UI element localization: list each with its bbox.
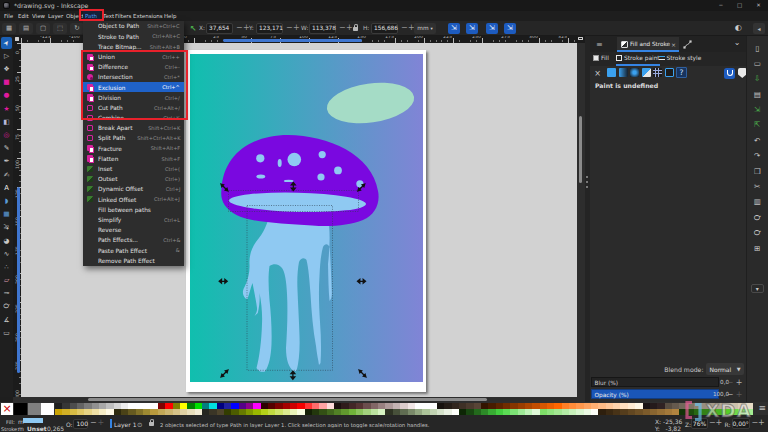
palette-swatch[interactable] bbox=[591, 409, 598, 415]
cut[interactable]: ✂ bbox=[747, 174, 768, 189]
palette-swatch[interactable] bbox=[554, 403, 561, 409]
palette-swatch[interactable] bbox=[283, 409, 290, 415]
gradient-tool[interactable]: ◗ bbox=[1, 195, 12, 207]
w-decrement[interactable]: − bbox=[339, 23, 346, 33]
palette-swatch[interactable] bbox=[55, 409, 62, 415]
palette-swatch[interactable] bbox=[444, 409, 451, 415]
palette-swatch[interactable] bbox=[261, 403, 268, 409]
dropper-tool[interactable]: ⯠ bbox=[1, 221, 12, 233]
calligraphy-tool[interactable]: ✍ bbox=[1, 169, 12, 181]
palette-swatch-white[interactable] bbox=[41, 403, 54, 415]
palette-swatch[interactable] bbox=[459, 409, 466, 415]
paint-bucket-tool[interactable]: ◕ bbox=[1, 235, 12, 247]
palette-swatch[interactable] bbox=[496, 403, 503, 409]
eraser-tool[interactable]: ▱ bbox=[1, 274, 12, 286]
object-opacity-input[interactable]: 100 bbox=[73, 419, 88, 429]
palette-swatch[interactable] bbox=[628, 403, 635, 409]
palette-swatch[interactable] bbox=[400, 403, 407, 409]
flat-color-button[interactable] bbox=[607, 68, 616, 77]
palette-swatch[interactable] bbox=[62, 403, 69, 409]
blend-mode-dropdown[interactable]: Normal ▼ bbox=[706, 363, 744, 375]
palette-swatch[interactable] bbox=[224, 403, 231, 409]
jellyfish-tentacles[interactable] bbox=[242, 208, 331, 372]
palette-swatch[interactable] bbox=[62, 409, 69, 415]
palette-swatch[interactable] bbox=[136, 403, 143, 409]
palette-swatch[interactable] bbox=[84, 403, 91, 409]
palette-swatch[interactable] bbox=[650, 403, 657, 409]
mesh-gradient-button[interactable] bbox=[653, 68, 662, 77]
palette-swatch[interactable] bbox=[540, 409, 547, 415]
deselect[interactable]: ▢ bbox=[36, 23, 50, 34]
palette-swatch[interactable] bbox=[106, 409, 113, 415]
palette-swatch[interactable] bbox=[290, 409, 297, 415]
palette-swatch[interactable] bbox=[371, 403, 378, 409]
menu-row[interactable]: Path Effects... Ctrl+& bbox=[83, 235, 185, 245]
y-decrement[interactable]: − bbox=[286, 23, 293, 33]
palette-swatch[interactable] bbox=[385, 403, 392, 409]
palette-swatch[interactable] bbox=[569, 409, 576, 415]
palette-swatch[interactable] bbox=[158, 403, 165, 409]
palette-swatch-gray[interactable] bbox=[28, 403, 41, 415]
blur-slider[interactable]: Blur (%) bbox=[591, 377, 719, 387]
palette-swatch[interactable] bbox=[393, 403, 400, 409]
shield-icon-active[interactable] bbox=[724, 68, 735, 79]
palette-swatch[interactable] bbox=[466, 409, 473, 415]
palette-swatch[interactable] bbox=[415, 409, 422, 415]
palette-swatch[interactable] bbox=[334, 409, 341, 415]
lock-aspect-icon[interactable] bbox=[353, 25, 358, 31]
palette-swatch[interactable] bbox=[496, 409, 503, 415]
palette-swatch[interactable] bbox=[165, 409, 172, 415]
palette-swatch[interactable] bbox=[70, 403, 77, 409]
box3d-tool[interactable]: ◧ bbox=[1, 116, 12, 128]
palette-swatch[interactable] bbox=[224, 409, 231, 415]
palette-swatch[interactable] bbox=[510, 409, 517, 415]
hscroll-thumb[interactable] bbox=[88, 398, 487, 401]
palette-swatch[interactable] bbox=[275, 409, 282, 415]
linear-gradient-button[interactable] bbox=[619, 68, 628, 77]
mesh-tool[interactable]: ▦ bbox=[1, 208, 12, 220]
palette-swatch[interactable] bbox=[657, 403, 664, 409]
snap-toggle[interactable]: ⊞ bbox=[747, 236, 768, 251]
palette-swatch[interactable] bbox=[576, 403, 583, 409]
palette-swatch[interactable] bbox=[422, 409, 429, 415]
commands-overflow[interactable]: ▾ bbox=[747, 276, 768, 288]
connector-tool[interactable]: ⊸ bbox=[1, 287, 12, 299]
palette-swatch[interactable] bbox=[408, 409, 415, 415]
select-all[interactable]: ▦ bbox=[2, 23, 16, 34]
menu-row[interactable]: Simplify Ctrl+L bbox=[83, 215, 185, 225]
palette-swatch[interactable] bbox=[114, 403, 121, 409]
palette-swatch[interactable] bbox=[312, 403, 319, 409]
rectangle-tool[interactable]: ■ bbox=[1, 76, 12, 88]
palette-swatch[interactable] bbox=[319, 409, 326, 415]
opacity-decrement[interactable]: − bbox=[727, 390, 734, 399]
chevron-down-icon[interactable]: ⌄ bbox=[734, 38, 741, 47]
menu-row[interactable]: Split Path Shift+Ctrl+Alt+K bbox=[83, 133, 185, 143]
palette-swatch[interactable] bbox=[275, 403, 282, 409]
tweak-tool[interactable]: ∿ bbox=[1, 248, 12, 260]
palette-swatch[interactable] bbox=[393, 409, 400, 415]
menu-row[interactable]: Remove Path Effect bbox=[83, 255, 185, 265]
palette-swatch[interactable] bbox=[606, 403, 613, 409]
radial-gradient-button[interactable] bbox=[630, 68, 639, 77]
palette-swatch[interactable] bbox=[195, 403, 202, 409]
palette-swatch[interactable] bbox=[562, 403, 569, 409]
no-paint-button[interactable]: × bbox=[594, 70, 601, 77]
palette-swatch[interactable] bbox=[99, 409, 106, 415]
palette-swatch[interactable] bbox=[430, 409, 437, 415]
layer-visibility-icon[interactable]: ⊙ bbox=[137, 421, 142, 429]
palette-swatch[interactable] bbox=[452, 409, 459, 415]
palette-swatch[interactable] bbox=[408, 403, 415, 409]
palette-swatch[interactable] bbox=[554, 409, 561, 415]
palette-swatch[interactable] bbox=[246, 403, 253, 409]
palette-swatch[interactable] bbox=[202, 409, 209, 415]
no-color-swatch[interactable]: × bbox=[1, 403, 13, 415]
palette-swatch[interactable] bbox=[518, 403, 525, 409]
palette-swatch[interactable] bbox=[437, 409, 444, 415]
palette-swatch[interactable] bbox=[305, 409, 312, 415]
palette-swatch[interactable] bbox=[474, 403, 481, 409]
palette-swatch[interactable] bbox=[672, 409, 679, 415]
palette-swatch[interactable] bbox=[503, 403, 510, 409]
palette-swatch[interactable] bbox=[327, 403, 334, 409]
palette-swatch[interactable] bbox=[540, 403, 547, 409]
palette-swatch[interactable] bbox=[305, 403, 312, 409]
